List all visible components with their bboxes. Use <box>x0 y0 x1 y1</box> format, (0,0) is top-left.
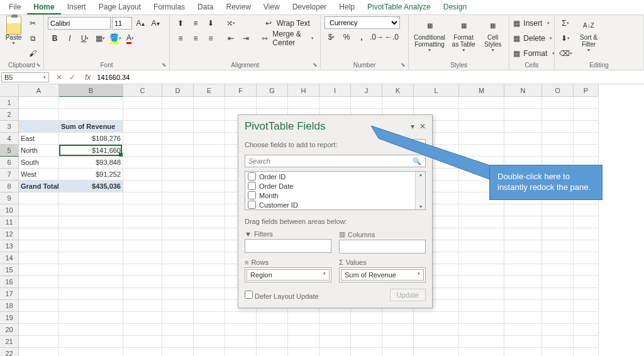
cell-O5[interactable] <box>542 145 574 157</box>
cell-F22[interactable] <box>225 348 257 356</box>
number-format-select[interactable]: Currency <box>325 16 400 29</box>
cell-B3[interactable]: Sum of Revenue <box>59 121 123 133</box>
cell-D21[interactable] <box>162 336 194 348</box>
cell-M2[interactable] <box>459 109 504 121</box>
cell-N19[interactable] <box>504 312 542 324</box>
cell-N17[interactable] <box>504 288 542 300</box>
cell-B1[interactable] <box>59 97 123 109</box>
accounting-format-button[interactable]: $▾ <box>325 30 338 44</box>
cell-N22[interactable] <box>504 348 542 356</box>
column-header-C[interactable]: C <box>123 84 162 97</box>
cell-F1[interactable] <box>225 97 257 109</box>
values-chip[interactable]: Sum of Revenue▾ <box>341 269 424 281</box>
scrollbar[interactable]: ▴▾ <box>415 172 425 209</box>
cell-A6[interactable]: South <box>19 157 59 169</box>
columns-area[interactable] <box>339 240 426 253</box>
name-box[interactable]: B5▾ <box>1 72 49 82</box>
cell-P10[interactable] <box>574 204 599 216</box>
tab-design[interactable]: Design <box>437 0 473 14</box>
cell-M3[interactable] <box>459 121 504 133</box>
cell-E19[interactable] <box>194 312 225 324</box>
cell-P12[interactable] <box>574 228 599 240</box>
cell-D5[interactable] <box>162 145 194 157</box>
cell-D6[interactable] <box>162 157 194 169</box>
row-header-2[interactable]: 2 <box>0 109 19 121</box>
cell-I1[interactable] <box>319 97 351 109</box>
cell-C3[interactable] <box>123 121 162 133</box>
cell-M10[interactable] <box>459 204 504 216</box>
column-header-K[interactable]: K <box>382 84 414 97</box>
cell-C7[interactable] <box>123 169 162 181</box>
cell-L19[interactable] <box>414 312 459 324</box>
cell-A14[interactable] <box>19 252 59 264</box>
insert-cells-button[interactable]: ▦ Insert ▾ <box>513 16 550 30</box>
column-header-O[interactable]: O <box>542 84 574 97</box>
cell-N14[interactable] <box>504 252 542 264</box>
cell-J20[interactable] <box>351 324 382 336</box>
cell-J19[interactable] <box>351 312 382 324</box>
row-header-12[interactable]: 12 <box>0 228 19 240</box>
cell-L1[interactable] <box>414 97 459 109</box>
row-header-19[interactable]: 19 <box>0 312 19 324</box>
align-center-button[interactable]: ≡ <box>189 31 203 45</box>
cell-D14[interactable] <box>162 252 194 264</box>
font-launcher[interactable]: ⬊ <box>160 62 168 69</box>
row-header-9[interactable]: 9 <box>0 192 19 204</box>
cell-K22[interactable] <box>382 348 414 356</box>
cell-E15[interactable] <box>194 264 225 276</box>
cell-K20[interactable] <box>382 324 414 336</box>
increase-font-button[interactable]: A▴ <box>133 16 147 30</box>
cell-O4[interactable] <box>542 133 574 145</box>
cell-A1[interactable] <box>19 97 59 109</box>
column-header-I[interactable]: I <box>319 84 351 97</box>
update-button[interactable]: Update <box>390 289 426 301</box>
row-header-15[interactable]: 15 <box>0 264 19 276</box>
tab-data[interactable]: Data <box>191 0 219 14</box>
cell-G22[interactable] <box>257 348 288 356</box>
cell-O19[interactable] <box>542 312 574 324</box>
cell-D9[interactable] <box>162 192 194 204</box>
cell-E21[interactable] <box>194 336 225 348</box>
cell-D16[interactable] <box>162 276 194 288</box>
cell-C18[interactable] <box>123 300 162 312</box>
cell-I21[interactable] <box>319 336 351 348</box>
column-header-P[interactable]: P <box>574 84 599 97</box>
autosum-button[interactable]: Σ▾ <box>558 16 572 30</box>
row-header-11[interactable]: 11 <box>0 216 19 228</box>
cell-B9[interactable] <box>59 192 123 204</box>
cell-D1[interactable] <box>162 97 194 109</box>
italic-button[interactable]: I <box>63 31 77 45</box>
cell-C1[interactable] <box>123 97 162 109</box>
cell-H19[interactable] <box>288 312 319 324</box>
cell-M22[interactable] <box>459 348 504 356</box>
row-header-3[interactable]: 3 <box>0 121 19 133</box>
cell-E9[interactable] <box>194 192 225 204</box>
fill-color-button[interactable]: 🪣▾ <box>108 31 122 45</box>
cell-N20[interactable] <box>504 324 542 336</box>
cell-E22[interactable] <box>194 348 225 356</box>
cell-C20[interactable] <box>123 324 162 336</box>
cell-P3[interactable] <box>574 121 599 133</box>
format-painter-button[interactable]: 🖌 <box>26 47 40 60</box>
column-header-H[interactable]: H <box>288 84 319 97</box>
cell-O12[interactable] <box>542 228 574 240</box>
column-header-A[interactable]: A <box>19 84 59 97</box>
row-header-13[interactable]: 13 <box>0 240 19 252</box>
cell-K21[interactable] <box>382 336 414 348</box>
cell-O17[interactable] <box>542 288 574 300</box>
paste-button[interactable]: Paste ▼ <box>4 16 23 47</box>
cancel-formula-button[interactable]: ✕ <box>53 73 65 82</box>
rows-chip[interactable]: Region▾ <box>247 269 330 281</box>
row-header-18[interactable]: 18 <box>0 300 19 312</box>
column-header-F[interactable]: F <box>225 84 257 97</box>
cell-I22[interactable] <box>319 348 351 356</box>
column-header-B[interactable]: B <box>59 84 123 97</box>
field-search[interactable]: 🔍 <box>245 155 426 167</box>
enter-formula-button[interactable]: ✓ <box>66 73 79 82</box>
row-header-16[interactable]: 16 <box>0 276 19 288</box>
merge-center-button[interactable]: ⇿ Merge & Center ▾ <box>259 31 316 45</box>
cell-C4[interactable] <box>123 133 162 145</box>
cell-D2[interactable] <box>162 109 194 121</box>
cell-P1[interactable] <box>574 97 599 109</box>
cell-N15[interactable] <box>504 264 542 276</box>
